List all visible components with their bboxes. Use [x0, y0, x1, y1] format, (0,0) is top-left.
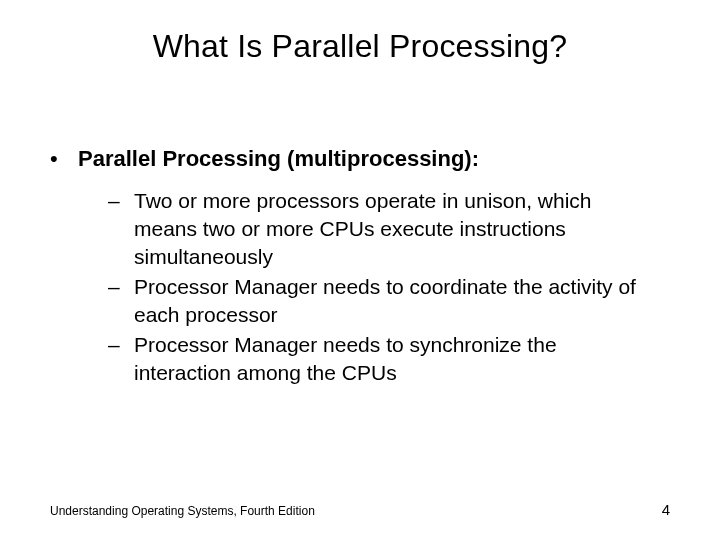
- sub-text: Processor Manager needs to synchronize t…: [134, 331, 650, 387]
- bullet-item: • Parallel Processing (multiprocessing):: [50, 145, 670, 173]
- footer: Understanding Operating Systems, Fourth …: [50, 501, 670, 518]
- dash-marker: –: [108, 331, 134, 359]
- bullet-label: Parallel Processing (multiprocessing):: [78, 145, 479, 173]
- bullet-marker: •: [50, 145, 78, 173]
- footer-source: Understanding Operating Systems, Fourth …: [50, 504, 315, 518]
- slide: What Is Parallel Processing? • Parallel …: [0, 0, 720, 540]
- dash-marker: –: [108, 273, 134, 301]
- sub-text: Two or more processors operate in unison…: [134, 187, 650, 271]
- slide-title: What Is Parallel Processing?: [0, 0, 720, 75]
- sub-item: – Processor Manager needs to synchronize…: [108, 331, 650, 387]
- sub-item: – Processor Manager needs to coordinate …: [108, 273, 650, 329]
- sub-item: – Two or more processors operate in unis…: [108, 187, 650, 271]
- page-number: 4: [662, 501, 670, 518]
- sub-list: – Two or more processors operate in unis…: [50, 181, 670, 387]
- dash-marker: –: [108, 187, 134, 215]
- slide-content: • Parallel Processing (multiprocessing):…: [0, 75, 720, 387]
- sub-text: Processor Manager needs to coordinate th…: [134, 273, 650, 329]
